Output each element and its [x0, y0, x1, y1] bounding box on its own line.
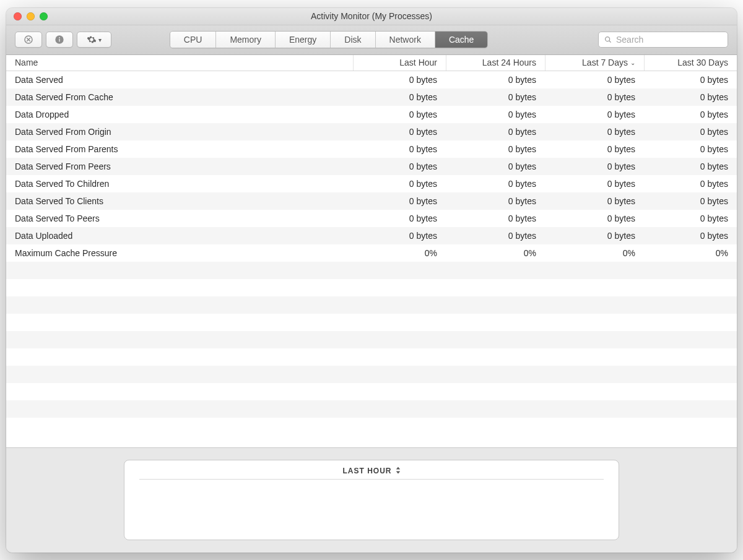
tab-cache[interactable]: Cache	[435, 32, 487, 48]
cell-empty	[644, 314, 737, 331]
table-row[interactable]: Data Served0 bytes0 bytes0 bytes0 bytes	[6, 71, 737, 88]
cell-empty	[644, 400, 737, 418]
table-row-empty	[6, 366, 737, 383]
stop-icon	[24, 35, 33, 45]
cell-last-hour: 0 bytes	[353, 175, 446, 192]
table-row[interactable]: Data Served To Clients0 bytes0 bytes0 by…	[6, 192, 737, 210]
cell-last-hour: 0 bytes	[353, 140, 446, 158]
table-row[interactable]: Maximum Cache Pressure0%0%0%0%	[6, 244, 737, 262]
sort-indicator-icon: ⌄	[630, 59, 635, 66]
cell-empty	[446, 296, 545, 314]
info-button[interactable]	[46, 32, 73, 48]
minimize-window-button[interactable]	[27, 12, 35, 20]
cell-last-hour: 0 bytes	[353, 158, 446, 175]
cell-empty	[353, 348, 446, 366]
cell-empty	[353, 418, 446, 435]
column-header-last-7-days[interactable]: Last 7 Days⌄	[545, 55, 644, 71]
tab-memory[interactable]: Memory	[216, 32, 276, 48]
column-header-last-30-days[interactable]: Last 30 Days	[644, 55, 737, 71]
table-row-empty	[6, 331, 737, 348]
tab-network[interactable]: Network	[376, 32, 435, 48]
cell-empty	[353, 331, 446, 348]
graph-card: LAST HOUR	[124, 460, 619, 540]
cell-name: Data Served To Clients	[6, 192, 353, 210]
svg-point-5	[59, 37, 60, 38]
table-row[interactable]: Data Uploaded0 bytes0 bytes0 bytes0 byte…	[6, 227, 737, 244]
cell-empty	[446, 331, 545, 348]
up-down-icon	[396, 467, 401, 475]
tab-disk[interactable]: Disk	[331, 32, 375, 48]
cell-empty	[545, 262, 644, 279]
cell-empty	[353, 262, 446, 279]
tab-segmented-control: CPUMemoryEnergyDiskNetworkCache	[170, 31, 489, 48]
cell-empty	[6, 279, 353, 296]
cell-name: Data Served From Parents	[6, 140, 353, 158]
table-row[interactable]: Data Served From Peers0 bytes0 bytes0 by…	[6, 158, 737, 175]
cell-empty	[353, 296, 446, 314]
cell-last-24h: 0%	[446, 244, 545, 262]
column-header-name[interactable]: Name	[6, 55, 353, 71]
table-row-empty	[6, 296, 737, 314]
cell-last-7d: 0 bytes	[545, 227, 644, 244]
cell-empty	[353, 279, 446, 296]
cell-last-hour: 0 bytes	[353, 192, 446, 210]
graph-range-selector[interactable]: LAST HOUR	[343, 467, 401, 475]
cell-last-hour: 0 bytes	[353, 71, 446, 88]
svg-rect-4	[59, 39, 59, 42]
bottom-panel: LAST HOUR	[6, 447, 737, 553]
cell-last-7d: 0 bytes	[545, 158, 644, 175]
cell-name: Data Served From Origin	[6, 123, 353, 140]
column-header-label: Name	[15, 58, 38, 67]
graph-baseline	[139, 479, 604, 480]
titlebar: Activity Monitor (My Processes)	[6, 8, 737, 25]
info-icon	[54, 35, 64, 45]
close-window-button[interactable]	[14, 12, 22, 20]
tab-energy[interactable]: Energy	[276, 32, 331, 48]
cell-empty	[545, 418, 644, 435]
cell-empty	[353, 383, 446, 400]
cell-empty	[644, 331, 737, 348]
cell-last-24h: 0 bytes	[446, 210, 545, 227]
table-row[interactable]: Data Served From Origin0 bytes0 bytes0 b…	[6, 123, 737, 140]
table-row[interactable]: Data Dropped0 bytes0 bytes0 bytes0 bytes	[6, 106, 737, 123]
cell-last-24h: 0 bytes	[446, 140, 545, 158]
cell-empty	[545, 383, 644, 400]
cell-name: Data Served From Peers	[6, 158, 353, 175]
cell-empty	[6, 331, 353, 348]
stop-process-button[interactable]	[15, 32, 42, 48]
activity-monitor-window: Activity Monitor (My Processes)	[6, 8, 737, 553]
table-row[interactable]: Data Served From Parents0 bytes0 bytes0 …	[6, 140, 737, 158]
search-input[interactable]	[616, 35, 724, 45]
table-row[interactable]: Data Served From Cache0 bytes0 bytes0 by…	[6, 88, 737, 106]
cell-last-hour: 0%	[353, 244, 446, 262]
table-row[interactable]: Data Served To Children0 bytes0 bytes0 b…	[6, 175, 737, 192]
column-header-last-24-hours[interactable]: Last 24 Hours	[446, 55, 545, 71]
cell-last-30d: 0 bytes	[644, 106, 737, 123]
cell-last-30d: 0%	[644, 244, 737, 262]
cell-empty	[545, 366, 644, 383]
tab-cpu[interactable]: CPU	[170, 32, 217, 48]
search-icon	[604, 35, 612, 44]
table-row[interactable]: Data Served To Peers0 bytes0 bytes0 byte…	[6, 210, 737, 227]
cell-empty	[446, 314, 545, 331]
fullscreen-window-button[interactable]	[40, 12, 48, 20]
gear-menu-button[interactable]: ▾	[77, 32, 111, 48]
cell-empty	[353, 366, 446, 383]
cell-last-24h: 0 bytes	[446, 106, 545, 123]
cell-empty	[644, 262, 737, 279]
cell-empty	[644, 279, 737, 296]
cell-last-24h: 0 bytes	[446, 192, 545, 210]
cell-last-hour: 0 bytes	[353, 210, 446, 227]
cell-empty	[446, 366, 545, 383]
cell-name: Data Served To Children	[6, 175, 353, 192]
table-row-empty	[6, 348, 737, 366]
cell-last-30d: 0 bytes	[644, 175, 737, 192]
cell-last-24h: 0 bytes	[446, 175, 545, 192]
cell-last-30d: 0 bytes	[644, 192, 737, 210]
column-header-last-hour[interactable]: Last Hour	[353, 55, 446, 71]
cell-empty	[353, 400, 446, 418]
cell-empty	[6, 262, 353, 279]
cell-name: Data Uploaded	[6, 227, 353, 244]
cell-empty	[545, 331, 644, 348]
search-field[interactable]	[598, 32, 728, 48]
